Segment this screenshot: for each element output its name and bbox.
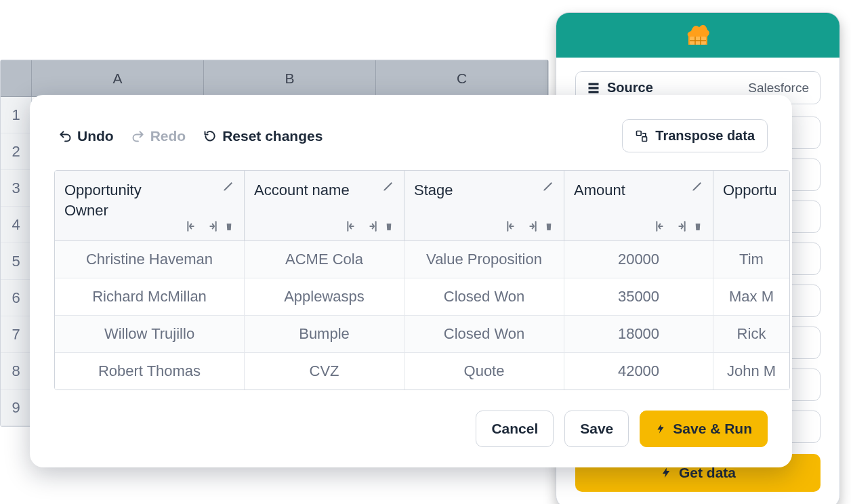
- undo-icon: [58, 129, 72, 143]
- insert-right-icon[interactable]: [673, 220, 687, 232]
- table-cell[interactable]: CVZ: [245, 353, 404, 390]
- save-run-label: Save & Run: [673, 421, 752, 437]
- table-row[interactable]: Robert Thomas CVZ Quote 42000 John M: [55, 353, 789, 390]
- edit-column-icon[interactable]: [222, 180, 234, 195]
- table-cell[interactable]: Robert Thomas: [55, 353, 245, 390]
- svg-rect-5: [642, 136, 647, 141]
- table-cell[interactable]: Value Proposition: [404, 241, 564, 278]
- sheet-row-header: 6: [1, 280, 32, 316]
- column-header: Opportunity Owner: [55, 171, 245, 240]
- table-cell[interactable]: Richard McMillan: [55, 278, 245, 315]
- transpose-label: Transpose data: [655, 128, 755, 144]
- redo-button: Redo: [131, 128, 186, 144]
- sheet-row-header: 8: [1, 353, 32, 389]
- table-cell[interactable]: Rick: [713, 316, 789, 352]
- column-title: Stage: [414, 180, 453, 201]
- edit-column-icon[interactable]: [542, 180, 554, 195]
- data-table: Opportunity Owner Account name: [54, 170, 790, 390]
- column-title: Account name: [254, 180, 350, 201]
- sheet-corner: [1, 60, 32, 96]
- delete-column-icon[interactable]: [383, 220, 394, 232]
- insert-right-icon[interactable]: [205, 220, 218, 232]
- insert-left-icon[interactable]: [655, 220, 668, 232]
- reset-icon: [203, 129, 217, 143]
- column-header: Opportu: [713, 171, 789, 240]
- reset-button[interactable]: Reset changes: [203, 128, 323, 144]
- bolt-icon: [660, 467, 672, 479]
- table-row[interactable]: Christine Haveman ACME Cola Value Propos…: [55, 241, 789, 278]
- column-title: Opportunity Owner: [64, 180, 180, 220]
- table-row[interactable]: Willow Trujillo Bumple Closed Won 18000 …: [55, 316, 789, 353]
- table-cell[interactable]: 35000: [564, 278, 713, 315]
- reset-label: Reset changes: [222, 128, 323, 144]
- insert-left-icon[interactable]: [346, 220, 359, 232]
- sheet-col-header: B: [204, 60, 376, 96]
- sheet-row-header: 3: [1, 170, 32, 206]
- edit-data-modal: Undo Redo Reset changes Transpose data: [30, 95, 792, 467]
- sheet-row-header: 7: [1, 316, 32, 352]
- edit-column-icon[interactable]: [382, 180, 394, 195]
- column-title: Amount: [574, 180, 625, 201]
- transpose-icon: [635, 129, 648, 143]
- app-logo-icon: [684, 22, 711, 49]
- redo-label: Redo: [150, 128, 186, 144]
- table-cell[interactable]: Max M: [713, 278, 789, 315]
- source-icon: [587, 81, 600, 95]
- sheet-row-header: 2: [1, 133, 32, 169]
- table-cell[interactable]: Bumple: [245, 316, 404, 352]
- column-header: Account name: [245, 171, 404, 240]
- sheet-row-header: 5: [1, 243, 32, 279]
- table-cell[interactable]: Applewasps: [245, 278, 404, 315]
- sheet-row-header: 4: [1, 207, 32, 243]
- redo-icon: [131, 129, 145, 143]
- source-label: Source: [607, 80, 653, 96]
- bolt-icon: [655, 423, 666, 435]
- sheet-col-header: C: [376, 60, 548, 96]
- delete-column-icon[interactable]: [224, 220, 234, 232]
- cancel-button[interactable]: Cancel: [476, 411, 554, 447]
- table-row[interactable]: Richard McMillan Applewasps Closed Won 3…: [55, 278, 789, 316]
- delete-column-icon[interactable]: [543, 220, 554, 232]
- column-header: Amount: [564, 171, 713, 240]
- table-cell[interactable]: John M: [713, 353, 789, 390]
- table-header-row: Opportunity Owner Account name: [55, 171, 789, 241]
- column-title: Opportu: [723, 180, 777, 201]
- table-cell[interactable]: Christine Haveman: [55, 241, 245, 278]
- table-cell[interactable]: ACME Cola: [245, 241, 404, 278]
- table-cell[interactable]: 20000: [564, 241, 713, 278]
- save-and-run-button[interactable]: Save & Run: [640, 411, 768, 447]
- undo-label: Undo: [77, 128, 114, 144]
- insert-right-icon[interactable]: [365, 220, 378, 232]
- source-value: Salesforce: [748, 81, 809, 96]
- sheet-row-header: 1: [1, 97, 32, 133]
- modal-footer: Cancel Save Save & Run: [30, 390, 792, 447]
- table-cell[interactable]: Closed Won: [404, 316, 564, 352]
- insert-left-icon[interactable]: [505, 220, 519, 232]
- undo-button[interactable]: Undo: [58, 128, 114, 144]
- delete-column-icon[interactable]: [692, 220, 703, 232]
- side-panel-header: [556, 13, 839, 58]
- sheet-row-header: 9: [1, 390, 32, 425]
- sheet-col-header: A: [32, 60, 204, 96]
- insert-right-icon[interactable]: [524, 220, 538, 232]
- table-cell[interactable]: 18000: [564, 316, 713, 352]
- insert-left-icon[interactable]: [186, 220, 199, 232]
- table-cell[interactable]: Tim: [713, 241, 789, 278]
- edit-column-icon[interactable]: [691, 180, 703, 195]
- svg-rect-4: [637, 131, 642, 135]
- column-header: Stage: [404, 171, 564, 240]
- table-cell[interactable]: Closed Won: [404, 278, 564, 315]
- transpose-button[interactable]: Transpose data: [622, 119, 768, 152]
- cancel-label: Cancel: [491, 421, 538, 437]
- table-cell[interactable]: 42000: [564, 353, 713, 390]
- table-cell[interactable]: Willow Trujillo: [55, 316, 245, 352]
- save-button[interactable]: Save: [564, 411, 629, 447]
- save-label: Save: [580, 421, 613, 437]
- modal-toolbar: Undo Redo Reset changes Transpose data: [30, 119, 792, 170]
- table-cell[interactable]: Quote: [404, 353, 564, 390]
